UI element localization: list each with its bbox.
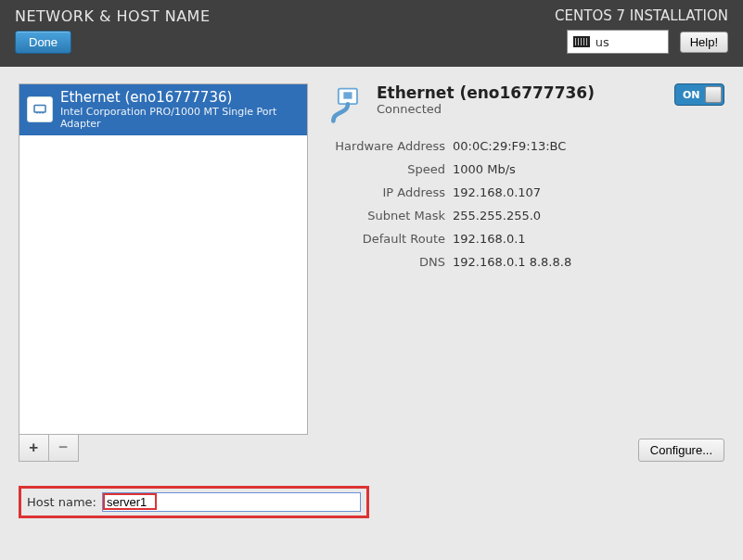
- interface-name: Ethernet (eno16777736): [60, 90, 300, 106]
- ethernet-connected-icon: [327, 85, 367, 126]
- row-ip-address: IP Address 192.168.0.107: [332, 185, 724, 199]
- keyboard-icon: [573, 36, 590, 47]
- connection-title: Ethernet (eno16777736): [377, 83, 595, 102]
- svg-rect-2: [343, 92, 352, 98]
- ethernet-icon: [27, 96, 53, 122]
- page-title: NETWORK & HOST NAME: [15, 7, 211, 25]
- row-dns: DNS 192.168.0.1 8.8.8.8: [332, 255, 724, 269]
- done-button[interactable]: Done: [15, 31, 71, 54]
- interface-panel: Ethernet (eno16777736) Intel Corporation…: [19, 83, 308, 462]
- keyboard-layout-indicator[interactable]: us: [567, 30, 669, 54]
- add-interface-button[interactable]: +: [19, 435, 49, 461]
- detail-panel: Ethernet (eno16777736) Connected ON Hard…: [327, 83, 724, 462]
- row-subnet-mask: Subnet Mask 255.255.255.0: [332, 209, 724, 223]
- hostname-input[interactable]: [102, 492, 361, 512]
- connection-details: Hardware Address 00:0C:29:F9:13:BC Speed…: [332, 139, 724, 269]
- connection-toggle[interactable]: ON: [674, 83, 724, 106]
- row-speed: Speed 1000 Mb/s: [332, 162, 724, 176]
- toggle-handle: [705, 86, 722, 103]
- hostname-label: Host name:: [27, 495, 96, 509]
- main-content: Ethernet (eno16777736) Intel Corporation…: [0, 67, 743, 465]
- installer-title: CENTOS 7 INSTALLATION: [555, 7, 728, 24]
- keyboard-layout-label: us: [596, 35, 609, 49]
- interface-list[interactable]: Ethernet (eno16777736) Intel Corporation…: [19, 83, 308, 435]
- interface-subtitle: Intel Corporation PRO/1000 MT Single Por…: [60, 106, 300, 130]
- help-button[interactable]: Help!: [680, 32, 728, 53]
- connection-status: Connected: [377, 102, 595, 116]
- svg-rect-0: [34, 106, 45, 113]
- row-default-route: Default Route 192.168.0.1: [332, 232, 724, 246]
- hostname-row: Host name:: [19, 486, 369, 518]
- toggle-label: ON: [683, 89, 700, 101]
- configure-button[interactable]: Configure...: [638, 439, 724, 462]
- remove-interface-button[interactable]: −: [49, 435, 78, 461]
- interface-add-remove: + −: [19, 435, 79, 462]
- interface-item[interactable]: Ethernet (eno16777736) Intel Corporation…: [19, 84, 307, 135]
- row-hardware-address: Hardware Address 00:0C:29:F9:13:BC: [332, 139, 724, 153]
- top-bar: NETWORK & HOST NAME Done CENTOS 7 INSTAL…: [0, 0, 743, 67]
